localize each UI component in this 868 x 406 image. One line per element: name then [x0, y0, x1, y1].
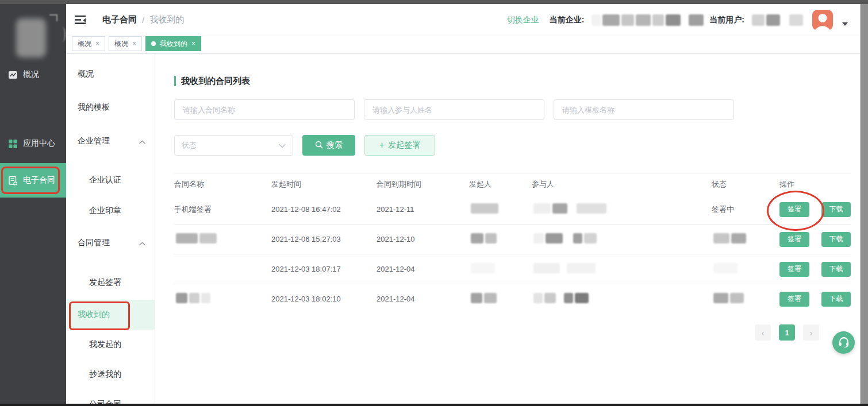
sidebar-item-label: 概况: [23, 69, 39, 80]
redacted-block: [199, 233, 217, 243]
redacted-block: [577, 203, 606, 214]
tab-close-icon[interactable]: ×: [132, 40, 136, 48]
submenu-item-企业认证[interactable]: 企业认证: [66, 165, 155, 195]
body-row: 概况我的模板企业管理企业认证企业印章合同管理发起签署我收到的我发起的抄送我的公司…: [66, 54, 861, 404]
download-button[interactable]: 下载: [821, 292, 851, 307]
sign-button[interactable]: 签署: [779, 202, 809, 217]
tab-close-icon[interactable]: ×: [191, 40, 195, 48]
pagination-page-1[interactable]: 1: [779, 324, 795, 341]
table-body: 手机端签署2021-12-08 16:47:022021-12-11签署中签署下…: [174, 195, 851, 314]
headset-icon: [838, 335, 850, 350]
user-menu-caret-icon[interactable]: [842, 22, 848, 26]
redacted-block: [730, 293, 744, 303]
cell-start-time: 2021-12-06 15:27:03: [271, 235, 377, 243]
cell-actions: 签署下载: [779, 292, 851, 307]
tab-3-active[interactable]: 我收到的×: [145, 36, 201, 51]
tab-label: 概况: [114, 39, 128, 49]
cell-initiator: [469, 263, 532, 275]
sidebar-item-app-center[interactable]: 应用中心: [0, 130, 66, 157]
cell-start-time: 2021-12-03 18:07:17: [271, 265, 377, 273]
redacted-block: [485, 233, 497, 243]
submenu-item-label: 概况: [78, 69, 94, 79]
switch-company-link[interactable]: 切换企业: [507, 15, 539, 25]
redacted-block: [713, 233, 729, 243]
pagination-prev-button[interactable]: ‹: [755, 324, 771, 341]
tab-2[interactable]: 概况×: [109, 36, 142, 51]
caret-up-icon: [139, 238, 145, 248]
participants-redacted: [532, 233, 597, 243]
redacted-block: [533, 233, 544, 243]
tab-1[interactable]: 概况×: [72, 36, 105, 51]
participants-redacted: [532, 203, 606, 214]
logo-mark: [49, 14, 57, 21]
cell-actions: 签署下载: [779, 262, 851, 277]
sign-button-wrap: 签署: [779, 202, 809, 217]
download-button[interactable]: 下载: [821, 262, 851, 277]
sidebar-item-e-contract[interactable]: 电子合同: [0, 163, 66, 198]
window-top-strip: [0, 0, 868, 4]
search-input-3[interactable]: [554, 99, 734, 120]
collapse-menu-icon[interactable]: [75, 15, 86, 25]
redacted-block: [471, 233, 483, 243]
submenu-item-抄送我的[interactable]: 抄送我的: [66, 359, 155, 389]
cell-status: [712, 233, 779, 245]
sidebar-item-overview[interactable]: 概况: [0, 61, 66, 88]
sign-button[interactable]: 签署: [779, 292, 809, 307]
search-button[interactable]: 搜索: [302, 135, 355, 156]
cell-initiator: [469, 233, 532, 245]
breadcrumb-current: 我收到的: [149, 14, 184, 25]
column-header: 操作: [779, 179, 851, 190]
submenu-item-发起签署[interactable]: 发起签署: [66, 268, 155, 297]
status-select[interactable]: 状态: [174, 135, 293, 156]
sidebar-item-label: 应用中心: [23, 138, 55, 149]
redacted-block: [713, 293, 728, 303]
search-input-1[interactable]: [174, 99, 355, 120]
sign-button-wrap: 签署: [779, 292, 809, 307]
redacted-block: [552, 203, 567, 214]
status-redacted: [712, 293, 744, 303]
submenu-item-概况[interactable]: 概况: [66, 59, 155, 89]
logo-mark-2: [60, 27, 66, 42]
submenu-item-label: 抄送我的: [89, 369, 121, 380]
download-button[interactable]: 下载: [821, 232, 851, 247]
help-fab-button[interactable]: [832, 331, 855, 354]
cell-actions: 签署下载: [779, 232, 851, 247]
user-avatar[interactable]: [812, 10, 833, 30]
column-header: 状态: [712, 179, 779, 190]
status-redacted: [712, 263, 738, 273]
breadcrumb-root[interactable]: 电子合同: [102, 14, 137, 25]
table-row: 2021-12-03 18:02:102021-12-04签署下载: [174, 284, 851, 314]
create-sign-button[interactable]: + 发起签署: [364, 135, 435, 156]
submenu-item-我发起的[interactable]: 我发起的: [66, 330, 155, 359]
search-input-2[interactable]: [364, 99, 544, 120]
redacted-block: [189, 293, 199, 303]
cell-contract-name: [174, 233, 271, 245]
redacted-block: [621, 14, 634, 26]
redacted-block: [766, 14, 780, 26]
contract-name-text: 手机端签署: [174, 205, 212, 214]
cell-participants: [532, 203, 712, 215]
table-row: 2021-12-06 15:27:032021-12-10签署下载: [174, 224, 851, 254]
submenu-item-合同管理[interactable]: 合同管理: [66, 228, 155, 258]
redacted-block: [689, 14, 704, 26]
redacted-block: [471, 203, 498, 214]
redacted-block: [602, 14, 620, 26]
initiator-redacted: [469, 263, 495, 273]
tab-close-icon[interactable]: ×: [95, 40, 99, 48]
redacted-block: [176, 233, 198, 243]
redacted-block: [471, 263, 495, 273]
window-bottom-strip: [0, 404, 868, 406]
submenu-item-label: 我收到的: [78, 310, 110, 320]
sign-button[interactable]: 签署: [779, 232, 809, 247]
submenu-item-企业管理[interactable]: 企业管理: [66, 126, 155, 156]
download-button[interactable]: 下载: [821, 202, 851, 217]
sign-button[interactable]: 签署: [779, 262, 809, 277]
redacted-block: [573, 233, 582, 243]
sign-button-wrap: 签署: [779, 262, 809, 277]
pagination-next-button[interactable]: ›: [803, 324, 819, 341]
submenu-item-label: 企业印章: [89, 206, 121, 216]
breadcrumb: 电子合同 / 我收到的: [102, 14, 184, 25]
sidebar-item-label: 电子合同: [23, 175, 55, 185]
submenu-item-企业印章[interactable]: 企业印章: [66, 196, 155, 226]
submenu-item-我的模板[interactable]: 我的模板: [66, 92, 155, 122]
